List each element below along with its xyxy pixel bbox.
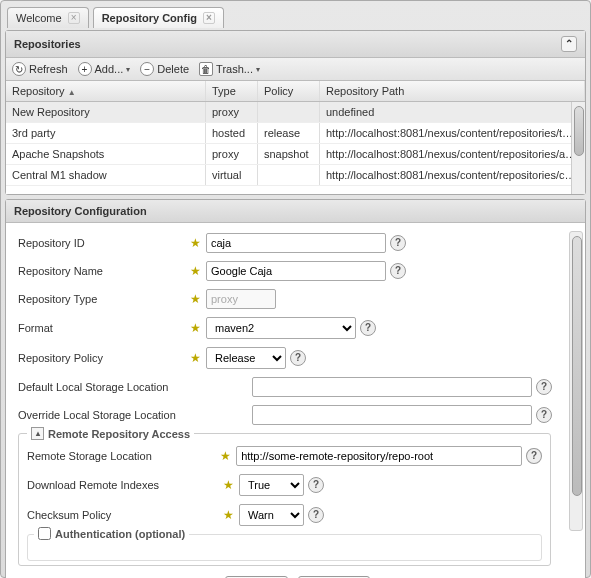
checksum-policy-label: Checksum Policy (27, 509, 217, 521)
chevron-down-icon: ▾ (126, 65, 130, 74)
collapse-icon[interactable]: ⌃ (561, 36, 577, 52)
tab-repository-config[interactable]: Repository Config × (93, 7, 224, 28)
tab-label: Repository Config (102, 12, 197, 24)
remote-access-legend: ▴ Remote Repository Access (27, 427, 194, 440)
default-storage-label: Default Local Storage Location (18, 381, 248, 393)
required-icon: ★ (221, 478, 235, 492)
help-icon[interactable]: ? (526, 448, 542, 464)
override-storage-input[interactable] (252, 405, 532, 425)
table-row[interactable]: 3rd party hosted release http://localhos… (6, 123, 585, 144)
repository-name-label: Repository Name (18, 265, 184, 277)
refresh-icon: ↻ (12, 62, 26, 76)
repository-name-input[interactable] (206, 261, 386, 281)
col-policy[interactable]: Policy (258, 81, 320, 101)
remote-storage-label: Remote Storage Location (27, 450, 214, 462)
sort-asc-icon: ▲ (68, 88, 76, 97)
config-header: Repository Configuration (6, 200, 585, 223)
help-icon[interactable]: ? (290, 350, 306, 366)
table-row[interactable]: Apache Snapshots proxy snapshot http://l… (6, 144, 585, 165)
repository-type-label: Repository Type (18, 293, 184, 305)
repository-policy-select[interactable]: Release (206, 347, 286, 369)
help-icon[interactable]: ? (536, 407, 552, 423)
required-icon: ★ (188, 264, 202, 278)
default-storage-input[interactable] (252, 377, 532, 397)
help-icon[interactable]: ? (308, 507, 324, 523)
col-type[interactable]: Type (206, 81, 258, 101)
required-icon: ★ (188, 292, 202, 306)
repositories-header: Repositories ⌃ (6, 31, 585, 58)
help-icon[interactable]: ? (536, 379, 552, 395)
close-icon[interactable]: × (68, 12, 80, 24)
trash-button[interactable]: 🗑 Trash... ▾ (199, 62, 260, 76)
close-icon[interactable]: × (203, 12, 215, 24)
collapse-toggle-icon[interactable]: ▴ (31, 427, 44, 440)
required-icon: ★ (188, 321, 202, 335)
col-repository[interactable]: Repository ▲ (6, 81, 206, 101)
remote-storage-input[interactable] (236, 446, 522, 466)
download-indexes-label: Download Remote Indexes (27, 479, 217, 491)
authentication-legend: Authentication (optional) (34, 527, 189, 540)
refresh-button[interactable]: ↻ Refresh (12, 62, 68, 76)
repository-configuration-panel: Repository Configuration Repository ID ★… (5, 199, 586, 578)
app-window: Welcome × Repository Config × Repositori… (0, 0, 591, 578)
table-row[interactable]: New Repository proxy undefined (6, 102, 585, 123)
repository-id-label: Repository ID (18, 237, 184, 249)
checksum-policy-select[interactable]: Warn (239, 504, 304, 526)
tab-bar: Welcome × Repository Config × (5, 5, 586, 28)
remote-access-fieldset: ▴ Remote Repository Access Remote Storag… (18, 433, 551, 566)
scroll-thumb[interactable] (574, 106, 584, 156)
repository-policy-label: Repository Policy (18, 352, 184, 364)
button-label: Trash... (216, 63, 253, 75)
required-icon: ★ (221, 508, 235, 522)
table-row[interactable]: Central M1 shadow virtual http://localho… (6, 165, 585, 186)
help-icon[interactable]: ? (390, 235, 406, 251)
panel-title: Repositories (14, 38, 81, 50)
required-icon: ★ (188, 236, 202, 250)
required-icon: ★ (218, 449, 232, 463)
config-body: Repository ID ★ ? Repository Name ★ ? Re… (6, 223, 585, 578)
vertical-scrollbar[interactable] (569, 231, 583, 531)
repositories-panel: Repositories ⌃ ↻ Refresh + Add... ▾ − De… (5, 30, 586, 195)
help-icon[interactable]: ? (360, 320, 376, 336)
repository-type-value: proxy (206, 289, 276, 309)
scroll-thumb[interactable] (572, 236, 582, 496)
delete-button[interactable]: − Delete (140, 62, 189, 76)
button-label: Delete (157, 63, 189, 75)
repositories-toolbar: ↻ Refresh + Add... ▾ − Delete 🗑 Trash...… (6, 58, 585, 81)
button-label: Add... (95, 63, 124, 75)
tab-welcome[interactable]: Welcome × (7, 7, 89, 28)
grid-header: Repository ▲ Type Policy Repository Path (6, 81, 585, 102)
format-select[interactable]: maven2 (206, 317, 356, 339)
panel-title: Repository Configuration (14, 205, 147, 217)
authentication-checkbox[interactable] (38, 527, 51, 540)
trash-icon: 🗑 (199, 62, 213, 76)
plus-icon: + (78, 62, 92, 76)
minus-icon: − (140, 62, 154, 76)
download-indexes-select[interactable]: True (239, 474, 304, 496)
override-storage-label: Override Local Storage Location (18, 409, 248, 421)
col-path[interactable]: Repository Path (320, 81, 585, 101)
help-icon[interactable]: ? (308, 477, 324, 493)
add-button[interactable]: + Add... ▾ (78, 62, 131, 76)
format-label: Format (18, 322, 184, 334)
help-icon[interactable]: ? (390, 263, 406, 279)
authentication-fieldset: Authentication (optional) (27, 534, 542, 561)
button-label: Refresh (29, 63, 68, 75)
grid-body: New Repository proxy undefined 3rd party… (6, 102, 585, 194)
chevron-down-icon: ▾ (256, 65, 260, 74)
vertical-scrollbar[interactable] (571, 102, 585, 194)
repositories-grid: Repository ▲ Type Policy Repository Path… (6, 81, 585, 194)
tab-label: Welcome (16, 12, 62, 24)
required-icon: ★ (188, 351, 202, 365)
repository-id-input[interactable] (206, 233, 386, 253)
